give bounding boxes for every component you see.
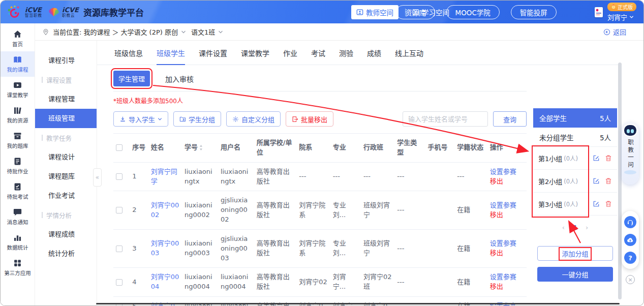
- subtab-join-review[interactable]: 加入审核: [165, 74, 194, 84]
- course-menu-item-course-question-bank[interactable]: 课程题库: [35, 167, 97, 186]
- course-menu-item-class-management[interactable]: 班级管理: [35, 109, 97, 128]
- search-input[interactable]: [403, 111, 488, 127]
- remove-link[interactable]: 移出: [490, 177, 524, 187]
- set-contest-link[interactable]: 设置参赛: [490, 272, 524, 282]
- course-menu-item-course-management[interactable]: 课程管理: [35, 89, 97, 109]
- course-menu-section-course-settings: 课程设置: [35, 70, 97, 89]
- cell-phone: [425, 229, 454, 268]
- sidebar-collapse-handle[interactable]: «: [93, 168, 102, 187]
- tab-class-students[interactable]: 班级学生: [157, 48, 185, 65]
- course-menu-item-course-guide[interactable]: 课程引导: [35, 51, 97, 70]
- edit-group-icon[interactable]: [593, 200, 600, 207]
- sidebar-item-data-statistics[interactable]: 数据统计: [1, 229, 35, 255]
- cell-school: 高等教育出版社: [254, 229, 297, 268]
- tab-online-interaction[interactable]: 线上互动: [395, 48, 423, 65]
- brand1-text: iCVE 智慧职教: [25, 7, 42, 18]
- download-button[interactable]: [624, 234, 636, 246]
- add-group-button[interactable]: 添加分组: [537, 246, 613, 261]
- column-header: 行政班: [361, 134, 394, 163]
- close-widget-button[interactable]: ×: [626, 275, 635, 284]
- column-header: 序号: [130, 134, 148, 163]
- quick-link-mooc-academy[interactable]: MOOC学院: [446, 5, 500, 19]
- one-click-group-button[interactable]: 一键分组: [537, 267, 613, 282]
- third-party-icon: [13, 259, 22, 267]
- sidebar-item-pending-homework[interactable]: 待批作业: [1, 153, 35, 178]
- edit-group-icon[interactable]: [593, 155, 600, 162]
- customer-service-button[interactable]: [624, 216, 636, 228]
- group-item-1[interactable]: 第1小组(0人): [533, 147, 617, 170]
- remove-link[interactable]: 移出: [490, 249, 524, 258]
- row-checkbox[interactable]: [116, 246, 122, 252]
- student-grouping-button[interactable]: 学生分组: [173, 111, 221, 127]
- tab-class-info[interactable]: 班级信息: [114, 48, 143, 65]
- row-checkbox[interactable]: [116, 207, 122, 213]
- quick-link-resource-library[interactable]: 资源库: [396, 5, 435, 19]
- student-name-link[interactable]: 刘宵宁0004: [151, 273, 179, 290]
- breadcrumb-separator: ＞: [112, 27, 118, 37]
- select-all-checkbox[interactable]: [116, 144, 122, 151]
- student-name-link[interactable]: 刘宵宁0002: [151, 201, 179, 219]
- cell-name: 刘宵宁0003: [148, 229, 182, 268]
- username-menu[interactable]: 刘宵宁: [607, 12, 634, 22]
- sidebar-item-notifications[interactable]: 消息通知: [1, 204, 35, 229]
- breadcrumb-class[interactable]: 语文1班: [191, 27, 215, 37]
- set-contest-link[interactable]: 设置参赛: [490, 201, 524, 210]
- course-menu-item-course-grades[interactable]: 课程成绩: [35, 225, 97, 244]
- sidebar-item-my-question-bank[interactable]: 我的题库: [1, 128, 35, 153]
- remove-link[interactable]: 移出: [490, 282, 524, 292]
- tab-classroom-teaching[interactable]: 课堂教学: [241, 48, 269, 65]
- cell-actions: 设置参赛移出: [487, 162, 527, 191]
- course-menu-item-homework-exam[interactable]: 作业考试: [35, 186, 97, 205]
- prev-page-button[interactable]: ‹: [562, 224, 565, 231]
- sidebar-item-my-resources[interactable]: 我的资源: [1, 102, 35, 128]
- course-menu-item-course-design[interactable]: 课程设计: [35, 147, 97, 167]
- tab-grades[interactable]: 成绩: [367, 48, 381, 65]
- cell-admin-class: 班级刘宵宁: [361, 191, 394, 230]
- sidebar-item-home[interactable]: 首页: [1, 26, 35, 51]
- custom-grouping-button[interactable]: 自定义分组: [226, 111, 281, 127]
- subtab-student-management[interactable]: 学生管理: [113, 71, 150, 86]
- all-students-header[interactable]: 全部学生 5人: [533, 108, 617, 128]
- sidebar-item-third-party-apps[interactable]: 第三方应用: [1, 255, 35, 280]
- tab-quiz[interactable]: 测验: [339, 48, 353, 65]
- delete-group-icon[interactable]: [605, 200, 612, 207]
- delete-group-icon[interactable]: [605, 177, 612, 185]
- teacher-space-button[interactable]: 教师空间: [351, 5, 398, 19]
- query-button[interactable]: 查询: [493, 111, 527, 127]
- ungrouped-row[interactable]: 未分组学生 5人: [533, 128, 617, 147]
- group-item-2[interactable]: 第2小组(0人): [533, 170, 617, 193]
- remove-link[interactable]: 移出: [490, 210, 524, 220]
- chevron-down-icon[interactable]: [218, 29, 223, 35]
- cell-actions: 设置参赛移出: [487, 191, 527, 230]
- group-item-3[interactable]: 第3小组(0人): [533, 193, 617, 216]
- help-button[interactable]: ?: [624, 252, 636, 264]
- assistant-widget[interactable]: 职教一问: [622, 123, 639, 185]
- sidebar-item-classroom-teaching[interactable]: 课堂教学: [1, 77, 35, 102]
- student-name-link[interactable]: 刘宵宁同学: [151, 168, 177, 185]
- back-button[interactable]: 返回: [603, 27, 626, 37]
- student-name-link[interactable]: 刘宵宁0003: [151, 239, 179, 257]
- chevron-down-icon[interactable]: [181, 29, 186, 35]
- batch-remove-button[interactable]: 批量移出: [286, 111, 333, 127]
- sidebar-item-pending-exams[interactable]: 待批考试: [1, 178, 35, 204]
- document-icon[interactable]: [594, 7, 603, 18]
- quick-link-smart-casting[interactable]: 智能投屏: [511, 5, 557, 19]
- import-students-button[interactable]: 导入学生: [113, 111, 168, 127]
- row-checkbox[interactable]: [116, 173, 122, 180]
- current-page[interactable]: 1: [573, 224, 577, 231]
- next-page-button[interactable]: ›: [586, 224, 588, 231]
- edit-group-icon[interactable]: [593, 177, 600, 185]
- delete-group-icon[interactable]: [605, 155, 612, 162]
- tab-courseware-settings[interactable]: 课件设置: [199, 48, 227, 65]
- set-contest-link[interactable]: 设置参赛: [490, 167, 524, 177]
- tab-exam[interactable]: 考试: [311, 48, 325, 65]
- course-menu-item-statistical-analysis[interactable]: 统计分析: [35, 244, 97, 263]
- tab-homework[interactable]: 作业: [283, 48, 297, 65]
- row-checkbox[interactable]: [116, 279, 122, 286]
- set-contest-link[interactable]: 设置参赛: [490, 239, 524, 249]
- breadcrumb-course[interactable]: 大学语文 (2P) 原创: [120, 27, 178, 37]
- breadcrumb-my-courses[interactable]: 我的课程: [83, 27, 110, 37]
- sidebar-item-my-courses[interactable]: 我的课程: [1, 51, 35, 77]
- content-scrollbar[interactable]: [618, 63, 622, 299]
- cell-phone: [425, 191, 454, 230]
